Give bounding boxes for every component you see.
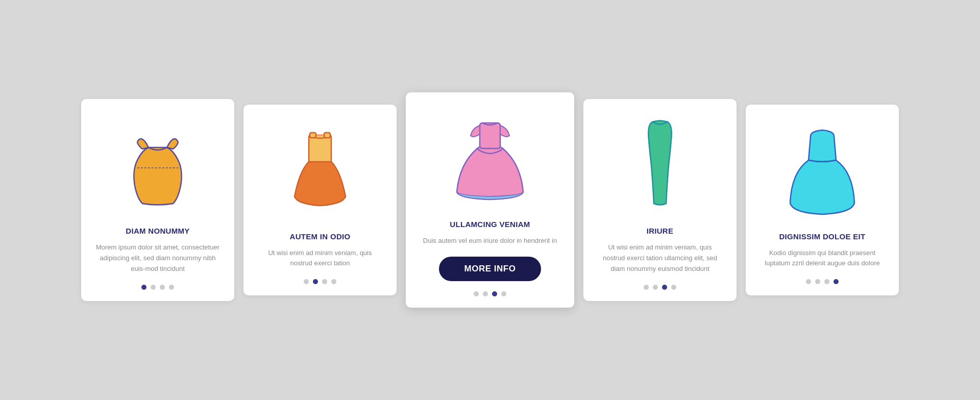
card-1-title: DIAM NONUMMY — [126, 227, 189, 235]
card-3-text: Duis autem vel eum iriure dolor in hendr… — [423, 236, 557, 246]
dot — [483, 291, 488, 296]
dot-active — [662, 285, 667, 290]
dot — [671, 285, 676, 290]
card-2-text: Ut wisi enim ad minim veniam, quis nostr… — [258, 248, 382, 269]
dot-active — [313, 279, 318, 284]
card-4-title: IRIURE — [647, 227, 674, 235]
dot — [824, 279, 829, 284]
dress-ballgown-icon — [789, 123, 855, 218]
card-5-title: DIGNISSIM DOLOE EIT — [779, 232, 865, 241]
card-4-dots — [644, 285, 676, 290]
card-1-icon-area — [127, 114, 188, 216]
card-2-dots — [304, 279, 336, 284]
dot — [806, 279, 811, 284]
svg-rect-3 — [324, 133, 330, 138]
dress-ruffled-icon — [127, 119, 188, 211]
card-4-icon-area — [634, 114, 685, 216]
dot — [322, 279, 327, 284]
dress-bodycon-icon — [634, 117, 685, 214]
dot-active — [834, 279, 839, 284]
dot — [160, 285, 165, 290]
svg-rect-2 — [310, 133, 316, 138]
card-4-text: Ut wisi enim ad minim veniam, quis nostr… — [598, 242, 722, 274]
card-3: ULLAMCING VENIAM Duis autem vel eum iriu… — [406, 92, 574, 308]
card-5: DIGNISSIM DOLOE EIT Kodio dignissim qui … — [746, 105, 899, 296]
dot — [169, 285, 174, 290]
card-2: AUTEM IN ODIO Ut wisi enim ad minim veni… — [243, 105, 397, 296]
dot — [644, 285, 649, 290]
card-5-dots — [806, 279, 839, 284]
dot — [331, 279, 336, 284]
card-1-dots — [141, 285, 174, 290]
cards-container: DIAM NONUMMY Morem ipsum dolor sit amet,… — [51, 72, 929, 328]
card-3-title: ULLAMCING VENIAM — [450, 220, 530, 229]
card-3-icon-area — [454, 108, 526, 210]
dress-aline-icon — [289, 125, 351, 217]
svg-rect-1 — [309, 135, 331, 163]
card-5-icon-area — [789, 120, 855, 222]
dot — [151, 285, 156, 290]
dot — [474, 291, 479, 296]
card-2-title: AUTEM IN ODIO — [290, 232, 351, 241]
dot — [815, 279, 820, 284]
dot-active — [492, 291, 497, 296]
svg-rect-4 — [480, 123, 500, 148]
dot-active — [141, 285, 146, 290]
more-info-button[interactable]: MORE INFO — [439, 257, 542, 281]
card-4: IRIURE Ut wisi enim ad minim veniam, qui… — [583, 99, 737, 301]
card-1-text: Morem ipsum dolor sit amet, consectetuer… — [95, 242, 220, 274]
card-1: DIAM NONUMMY Morem ipsum dolor sit amet,… — [81, 99, 234, 301]
dot — [653, 285, 658, 290]
card-2-icon-area — [289, 120, 351, 222]
card-3-dots — [474, 291, 506, 296]
dress-princess-icon — [454, 108, 526, 210]
dot — [304, 279, 309, 284]
card-5-text: Kodio dignissim qui blandit praesent lup… — [760, 248, 885, 269]
dot — [501, 291, 506, 296]
